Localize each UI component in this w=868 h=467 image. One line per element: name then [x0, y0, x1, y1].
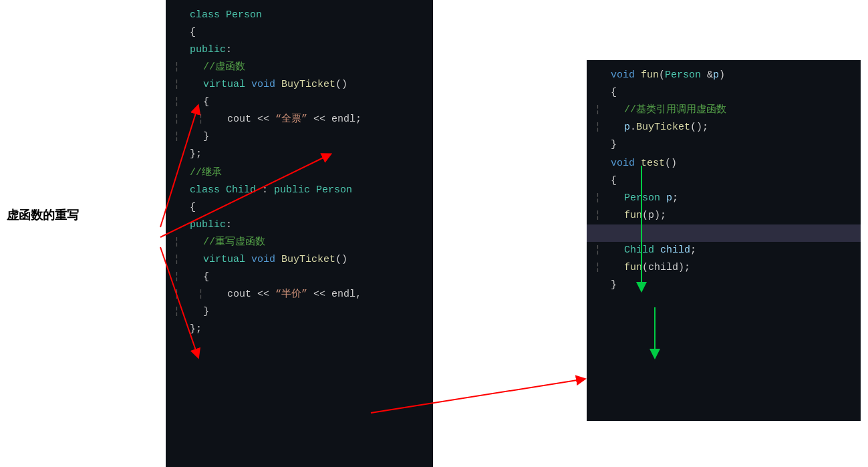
- code-token: ;: [690, 243, 696, 259]
- code-token: }: [203, 129, 209, 145]
- code-line: ¦ //重写虚函数: [166, 234, 433, 251]
- code-token: ): [719, 67, 725, 84]
- code-line: ¦ }: [166, 303, 433, 321]
- code-token: ;: [355, 112, 361, 128]
- code-token: public: [190, 42, 226, 58]
- code-line: ¦ fun(child);: [587, 259, 861, 277]
- line-gutter: ¦: [174, 252, 198, 268]
- code-token: &: [707, 67, 713, 84]
- code-line: ¦ //基类引用调用虚函数: [587, 102, 861, 119]
- line-gutter: ¦: [595, 190, 619, 206]
- line-gutter: ¦ ¦: [174, 287, 222, 303]
- code-token: child: [660, 243, 690, 259]
- line-gutter: ¦: [174, 77, 198, 93]
- code-token: p: [713, 67, 719, 84]
- code-line: ¦ {: [166, 94, 433, 111]
- code-token: class: [190, 7, 226, 23]
- code-line: public:: [166, 216, 433, 234]
- code-token: :: [226, 217, 232, 233]
- code-token: (: [659, 67, 665, 84]
- code-token: <<: [257, 287, 275, 303]
- line-gutter: ¦ ¦: [174, 112, 222, 128]
- code-token: “全票”: [275, 112, 307, 128]
- code-line: }: [587, 277, 861, 294]
- code-token: BuyTicket: [281, 252, 335, 268]
- code-token: virtual: [203, 77, 251, 93]
- code-token: void: [611, 67, 641, 84]
- code-line: ¦ virtual void BuyTicket(): [166, 251, 433, 269]
- code-token: {: [611, 173, 617, 189]
- code-token: {: [203, 269, 209, 285]
- code-line: [587, 224, 861, 242]
- code-token: Person: [624, 190, 666, 206]
- code-token: void: [611, 156, 641, 172]
- code-line: ¦ Child child;: [587, 242, 861, 259]
- line-gutter: ¦: [174, 235, 198, 251]
- code-token: Person: [226, 7, 262, 23]
- code-token: }: [203, 304, 209, 320]
- code-token: endl: [331, 287, 355, 303]
- code-token: BuyTicket: [636, 120, 690, 136]
- code-token: (): [335, 77, 347, 93]
- line-gutter: ¦: [595, 260, 619, 276]
- code-line: ¦ ¦ cout << “半价” << endl,: [166, 286, 433, 303]
- code-token: //重写虚函数: [203, 235, 265, 251]
- code-token: <<: [307, 287, 331, 303]
- code-token: {: [611, 85, 617, 101]
- code-line: ¦ //虚函数: [166, 59, 433, 76]
- code-line: //继承: [166, 164, 433, 182]
- line-gutter: ¦: [174, 304, 198, 320]
- code-token: virtual: [203, 252, 251, 268]
- code-token: (): [335, 252, 347, 268]
- code-line: };: [166, 146, 433, 163]
- code-token: .: [630, 120, 636, 136]
- code-line: ¦ {: [166, 269, 433, 286]
- code-token: //基类引用调用虚函数: [624, 102, 726, 118]
- left-code-panel: class Person{public:¦ //虚函数¦ virtual voi…: [166, 0, 433, 467]
- code-token: {: [190, 200, 196, 216]
- code-line: ¦ }: [166, 128, 433, 146]
- code-token: <<: [257, 112, 275, 128]
- code-token: //继承: [190, 165, 222, 181]
- code-token: “半价”: [275, 287, 307, 303]
- code-line: };: [166, 321, 433, 338]
- code-token: :: [226, 42, 232, 58]
- line-gutter: ¦: [174, 59, 198, 75]
- line-gutter: ¦: [174, 129, 198, 145]
- code-token: (child): [642, 260, 684, 276]
- code-token: {: [190, 25, 196, 41]
- code-token: Person: [665, 67, 707, 84]
- line-gutter: ¦: [595, 120, 619, 136]
- code-token: ;: [702, 120, 708, 136]
- code-token: cout: [227, 287, 257, 303]
- code-token: void: [251, 77, 281, 93]
- code-token: class: [190, 182, 226, 198]
- code-token: cout: [227, 112, 257, 128]
- code-token: ;: [684, 260, 690, 276]
- code-line: class Person: [166, 7, 433, 24]
- code-line: {: [587, 84, 861, 102]
- code-token: fun: [624, 260, 642, 276]
- line-gutter: ¦: [595, 243, 619, 259]
- code-line: {: [166, 199, 433, 216]
- code-line: {: [587, 172, 861, 190]
- code-token: }: [611, 277, 617, 293]
- code-token: //虚函数: [203, 59, 245, 75]
- code-line: void fun(Person &p): [587, 67, 861, 84]
- code-line: }: [587, 136, 861, 154]
- code-token: fun: [624, 208, 642, 224]
- code-line: ¦ ¦ cout << “全票” << endl;: [166, 111, 433, 128]
- code-line: {: [166, 24, 433, 41]
- code-token: BuyTicket: [281, 77, 335, 93]
- code-token: public: [190, 217, 226, 233]
- code-token: ;: [672, 190, 678, 206]
- code-token: ,: [355, 287, 361, 303]
- code-line: ¦ Person p;: [587, 190, 861, 207]
- code-token: p: [624, 120, 630, 136]
- code-line: ¦ virtual void BuyTicket(): [166, 76, 433, 94]
- code-token: endl: [331, 112, 355, 128]
- code-token: Child: [226, 182, 256, 198]
- code-token: Person: [316, 182, 352, 198]
- code-line: void test(): [587, 155, 861, 172]
- code-line: ¦ fun(p);: [587, 207, 861, 224]
